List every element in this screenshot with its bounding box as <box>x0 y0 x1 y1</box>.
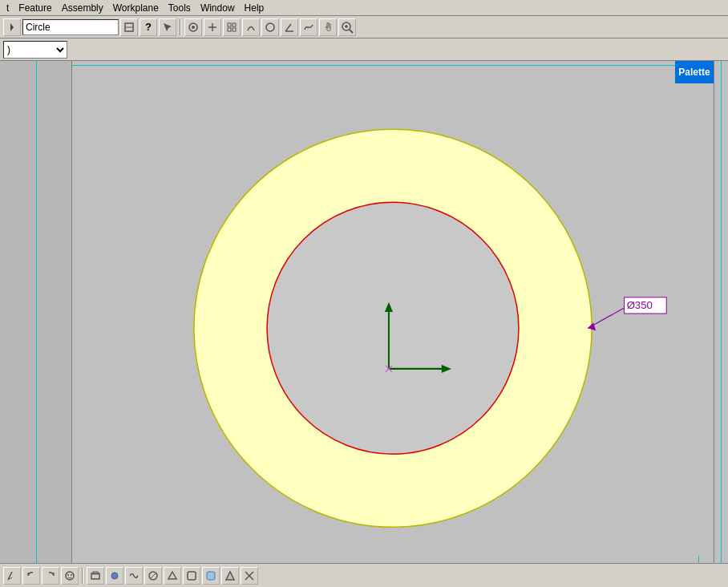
canvas-svg: Ø350 <box>72 61 714 563</box>
menu-item-workplane[interactable]: Workplane <box>108 2 164 14</box>
circle-icon[interactable] <box>261 18 279 36</box>
circle-name-input[interactable] <box>22 19 119 35</box>
zoom-icon[interactable] <box>338 18 356 36</box>
svg-text:Ø350: Ø350 <box>627 299 653 311</box>
bottom-icon-9[interactable] <box>241 567 258 585</box>
nav-back-icon[interactable] <box>3 18 21 36</box>
toolbar-btn-cursor[interactable] <box>159 18 176 36</box>
draw-tool-icon[interactable] <box>3 567 21 585</box>
toolbar-btn-1[interactable] <box>120 18 138 36</box>
bottom-icon-8[interactable] <box>221 567 239 585</box>
grid-icon[interactable] <box>223 18 241 36</box>
bottom-icon-3[interactable] <box>125 567 143 585</box>
bottom-icon-5[interactable] <box>164 567 181 585</box>
menu-item-tools[interactable]: Tools <box>164 2 196 14</box>
redo-icon[interactable] <box>42 567 59 585</box>
canvas-area[interactable]: Palette Ø350 <box>72 61 714 563</box>
left-panel <box>0 61 72 563</box>
svg-rect-45 <box>207 572 215 580</box>
menu-item-assembly[interactable]: Assembly <box>57 2 108 14</box>
svg-rect-11 <box>233 28 236 31</box>
undo-icon[interactable] <box>22 567 40 585</box>
menu-item-window[interactable]: Window <box>196 2 240 14</box>
cyan-vertical-line-far-right <box>721 61 722 563</box>
svg-line-16 <box>350 30 353 33</box>
svg-point-21 <box>267 202 519 454</box>
svg-point-38 <box>71 574 72 576</box>
toolbar-btn-question[interactable]: ? <box>140 18 157 36</box>
palette-button[interactable]: Palette <box>675 61 714 83</box>
svg-point-5 <box>192 26 195 29</box>
smiley-icon[interactable] <box>61 567 79 585</box>
svg-point-37 <box>67 574 69 576</box>
svg-marker-0 <box>10 23 14 31</box>
angle-icon[interactable] <box>281 18 298 36</box>
menu-item-help[interactable]: Help <box>240 2 269 14</box>
svg-rect-8 <box>228 23 231 26</box>
svg-rect-9 <box>233 23 236 26</box>
toolbar-2: ) <box>0 38 728 61</box>
menu-item-t[interactable]: t <box>2 2 14 14</box>
menu-bar: t Feature Assembly Workplane Tools Windo… <box>0 0 728 16</box>
bottom-icon-7[interactable] <box>202 567 220 585</box>
bottom-icon-1[interactable] <box>87 567 104 585</box>
svg-marker-3 <box>164 23 172 31</box>
bottom-icon-2[interactable] <box>106 567 123 585</box>
svg-point-41 <box>111 573 118 579</box>
spline-icon[interactable] <box>300 18 317 36</box>
plus-icon[interactable] <box>204 18 221 36</box>
shape-dropdown[interactable]: ) <box>3 41 67 59</box>
svg-point-12 <box>266 23 274 31</box>
bottom-sep-1 <box>82 568 83 584</box>
cyan-vertical-line-left <box>36 61 37 563</box>
arc-icon[interactable] <box>242 18 260 36</box>
hand-icon[interactable] <box>319 18 337 36</box>
svg-rect-10 <box>228 28 231 31</box>
bottom-icon-6[interactable] <box>183 567 200 585</box>
right-panel <box>714 61 728 563</box>
bottom-icon-4[interactable] <box>144 567 162 585</box>
bottom-toolbar <box>0 563 728 587</box>
snap-icon[interactable] <box>184 18 202 36</box>
separator-1 <box>180 19 181 35</box>
menu-item-feature[interactable]: Feature <box>14 2 56 14</box>
svg-line-14 <box>285 24 291 31</box>
svg-marker-43 <box>168 572 176 579</box>
toolbar-1: ? <box>0 16 728 38</box>
svg-rect-44 <box>188 572 196 580</box>
main-area: Palette Ø350 <box>0 61 728 563</box>
